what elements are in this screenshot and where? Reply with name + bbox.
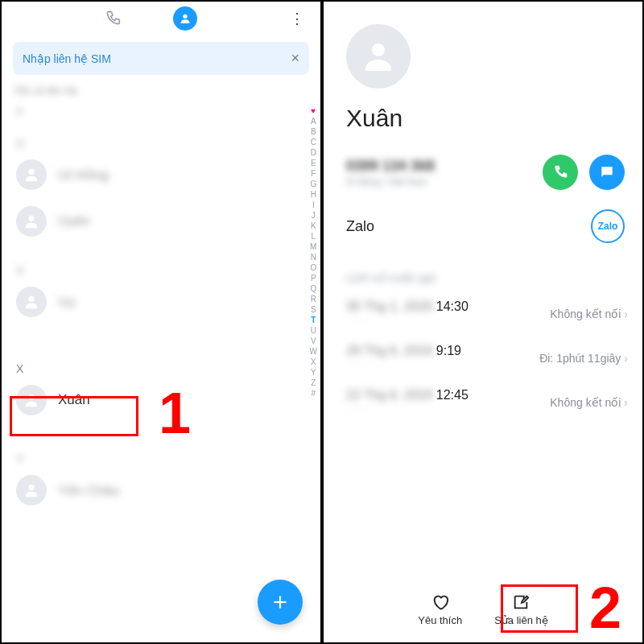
index-letter[interactable]: Z bbox=[311, 378, 316, 387]
dialer-tab-icon[interactable] bbox=[101, 6, 125, 31]
filter-all-contacts[interactable]: Tất cả liên hệ bbox=[2, 81, 320, 101]
index-letter[interactable]: C bbox=[311, 138, 316, 147]
section-header-u: U bbox=[2, 132, 320, 151]
phone-number: 0399 134 368 bbox=[346, 158, 435, 175]
phone-type: Di động | Việt Nam bbox=[346, 176, 435, 188]
index-letter[interactable]: O bbox=[310, 263, 316, 272]
index-letter[interactable]: I bbox=[312, 200, 315, 209]
index-letter[interactable]: D bbox=[311, 148, 316, 157]
section-header-t: T bbox=[2, 101, 320, 121]
call-sub: ・・・ bbox=[346, 316, 469, 328]
list-item[interactable]: Yến Châu bbox=[2, 467, 320, 514]
import-sim-chip[interactable]: Nhập liên hệ SIM × bbox=[13, 42, 309, 75]
avatar bbox=[16, 385, 47, 415]
contacts-scroll[interactable]: T U Ut Hồng Uyên V Vợ X Xuân Y bbox=[2, 101, 320, 633]
index-letter[interactable]: N bbox=[311, 253, 316, 262]
index-letter[interactable]: E bbox=[311, 159, 316, 167]
contact-name: Uyên bbox=[58, 213, 90, 229]
chevron-right-icon: › bbox=[624, 396, 628, 409]
page-title: Xuân bbox=[346, 105, 626, 132]
contact-detail-screen: Xuân 0399 134 368 Di động | Việt Nam Zal… bbox=[322, 0, 644, 644]
section-header-y: Y bbox=[2, 448, 320, 467]
index-letter[interactable]: H bbox=[311, 190, 316, 199]
svg-point-4 bbox=[28, 394, 34, 400]
avatar bbox=[346, 24, 411, 89]
annotation-number-1: 1 bbox=[159, 380, 191, 446]
contact-name: Xuân bbox=[58, 392, 90, 408]
call-status: Không kết nối bbox=[550, 308, 621, 320]
call-history-header: Lịch sử cuộc gọi bbox=[324, 254, 642, 291]
index-letter[interactable]: L bbox=[311, 232, 316, 241]
app-label: Zalo bbox=[346, 218, 374, 235]
svg-point-0 bbox=[183, 14, 187, 19]
section-header-x: X bbox=[2, 357, 320, 377]
message-button[interactable] bbox=[589, 155, 625, 190]
section-header-v: V bbox=[2, 259, 320, 279]
avatar bbox=[16, 206, 47, 237]
favorite-label: Yêu thích bbox=[418, 614, 462, 626]
index-letter[interactable]: U bbox=[311, 326, 316, 335]
index-letter[interactable]: M bbox=[310, 242, 316, 251]
call-history-item[interactable]: 29 Thg 6, 2019 9:19 ・・・ Đi: 1phút 11giây… bbox=[324, 336, 642, 380]
call-sub: ・・・ bbox=[346, 404, 469, 416]
index-letter[interactable]: K bbox=[311, 221, 316, 230]
index-letter[interactable]: P bbox=[311, 274, 316, 283]
heart-icon[interactable]: ♥ bbox=[311, 106, 316, 115]
index-letter[interactable]: B bbox=[311, 127, 316, 136]
svg-point-5 bbox=[28, 485, 34, 490]
index-letter[interactable]: J bbox=[312, 211, 316, 220]
contact-name: Vợ bbox=[58, 294, 75, 311]
contact-name: Yến Châu bbox=[58, 482, 119, 499]
contacts-list-screen: ⋮ Nhập liên hệ SIM × Tất cả liên hệ T U … bbox=[0, 0, 322, 644]
call-history-item[interactable]: 22 Thg 6, 2019 12:45 ・・・ Không kết nối› bbox=[324, 380, 642, 424]
call-sub: ・・・ bbox=[346, 360, 461, 372]
index-letter[interactable]: T bbox=[311, 316, 316, 324]
edit-contact-label: Sửa liên hệ bbox=[494, 614, 548, 626]
list-item[interactable]: Uyên bbox=[2, 198, 320, 245]
chevron-right-icon: › bbox=[624, 308, 628, 320]
import-sim-label: Nhập liên hệ SIM bbox=[23, 52, 111, 65]
phone-info[interactable]: 0399 134 368 Di động | Việt Nam bbox=[346, 158, 435, 188]
avatar bbox=[16, 475, 47, 506]
call-status: Không kết nối bbox=[550, 396, 621, 409]
phone-row: 0399 134 368 Di động | Việt Nam bbox=[324, 132, 642, 198]
index-letter[interactable]: F bbox=[311, 169, 316, 178]
contact-name: Ut Hồng bbox=[58, 167, 109, 184]
index-letter[interactable]: R bbox=[311, 295, 316, 303]
index-letter[interactable]: X bbox=[311, 357, 316, 366]
index-letter[interactable]: # bbox=[311, 389, 316, 398]
chevron-right-icon: › bbox=[624, 352, 628, 365]
call-status: Đi: 1phút 11giây bbox=[539, 352, 621, 365]
list-header: ⋮ bbox=[2, 2, 320, 35]
add-contact-fab[interactable] bbox=[258, 580, 303, 625]
edit-contact-button[interactable]: Sửa liên hệ bbox=[494, 593, 548, 626]
linked-app-row[interactable]: Zalo Zalo bbox=[324, 198, 642, 254]
contacts-tab-icon[interactable] bbox=[173, 6, 197, 31]
avatar bbox=[16, 159, 47, 190]
call-button[interactable] bbox=[543, 155, 578, 190]
index-letter[interactable]: A bbox=[311, 117, 316, 126]
annotation-number-2: 2 bbox=[589, 575, 621, 641]
svg-point-2 bbox=[28, 216, 34, 221]
zalo-icon[interactable]: Zalo bbox=[591, 209, 625, 243]
index-letter[interactable]: G bbox=[310, 180, 316, 188]
call-history-item[interactable]: 30 Thg 1, 2020 14:30 ・・・ Không kết nối› bbox=[324, 291, 642, 336]
list-item[interactable]: Ut Hồng bbox=[2, 151, 320, 198]
index-letter[interactable]: V bbox=[311, 336, 316, 345]
close-icon[interactable]: × bbox=[291, 50, 299, 67]
index-letter[interactable]: Q bbox=[310, 284, 316, 293]
detail-header: Xuân bbox=[324, 2, 642, 132]
index-letter[interactable]: S bbox=[311, 305, 316, 314]
svg-point-6 bbox=[372, 43, 385, 56]
index-letter[interactable]: W bbox=[310, 347, 317, 356]
more-menu-icon[interactable]: ⋮ bbox=[285, 6, 309, 31]
avatar bbox=[16, 287, 47, 317]
favorite-button[interactable]: Yêu thích bbox=[418, 593, 462, 626]
svg-point-3 bbox=[28, 296, 34, 302]
list-item[interactable]: Vợ bbox=[2, 279, 320, 325]
alpha-index-rail[interactable]: ♥ ABCDEFGHIJKLMNOPQRSTUVWXYZ# bbox=[310, 106, 317, 398]
index-letter[interactable]: Y bbox=[311, 368, 316, 377]
svg-point-1 bbox=[28, 169, 34, 175]
